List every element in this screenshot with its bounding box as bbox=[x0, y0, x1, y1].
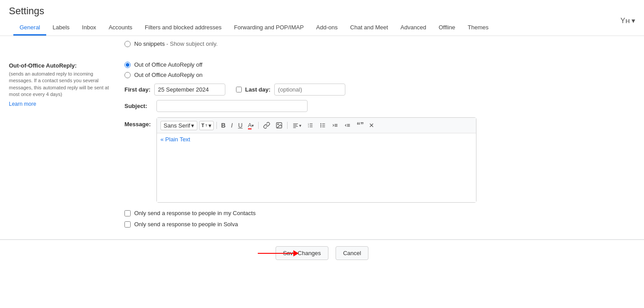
no-snippets-label: No snippets - Show subject only. bbox=[134, 40, 218, 47]
nav-tabs: General Labels Inbox Accounts Filters an… bbox=[9, 20, 495, 36]
toolbar-sep-2 bbox=[258, 122, 259, 129]
outdent-button[interactable] bbox=[342, 121, 353, 129]
font-color-dropdown: ▾ bbox=[252, 123, 254, 128]
out-of-office-desc: (sends an automated reply to incoming me… bbox=[9, 71, 116, 98]
svg-text:3: 3 bbox=[308, 126, 309, 128]
tab-forwarding[interactable]: Forwarding and POP/IMAP bbox=[228, 20, 310, 36]
svg-point-16 bbox=[320, 125, 321, 126]
svg-rect-4 bbox=[293, 126, 298, 127]
subject-row: Subject: bbox=[124, 100, 635, 112]
out-of-office-title: Out-of-Office AutoReply: bbox=[9, 62, 116, 69]
first-day-field: First day: bbox=[124, 84, 225, 96]
first-day-input[interactable] bbox=[154, 84, 225, 96]
svg-point-15 bbox=[320, 123, 321, 124]
solva-checkbox-row: Only send a response to people in Solva bbox=[124, 221, 635, 228]
align-icon bbox=[292, 122, 299, 128]
link-icon bbox=[263, 122, 270, 129]
tab-labels[interactable]: Labels bbox=[46, 20, 76, 36]
tab-advanced[interactable]: Advanced bbox=[394, 20, 432, 36]
contacts-label: Only send a response to people in my Con… bbox=[134, 210, 256, 216]
out-of-office-section: Out-of-Office AutoReply: (sends an autom… bbox=[0, 54, 644, 240]
last-day-checkbox[interactable] bbox=[236, 87, 242, 92]
save-arrow bbox=[258, 250, 299, 256]
svg-point-1 bbox=[278, 124, 279, 125]
bold-button[interactable]: B bbox=[220, 121, 228, 130]
tab-filters[interactable]: Filters and blocked addresses bbox=[139, 20, 228, 36]
unordered-list-button[interactable] bbox=[317, 121, 328, 129]
font-name: Sans Serif bbox=[164, 122, 190, 129]
message-row: Message: Sans Serif ▾ TT ▾ B bbox=[124, 117, 635, 203]
font-selector[interactable]: Sans Serif ▾ bbox=[160, 121, 197, 130]
learn-more-link[interactable]: Learn more bbox=[9, 101, 116, 107]
tab-addons[interactable]: Add-ons bbox=[310, 20, 344, 36]
message-toolbar: Sans Serif ▾ TT ▾ B I U A ▾ bbox=[157, 118, 476, 133]
tab-themes[interactable]: Themes bbox=[461, 20, 495, 36]
contacts-options: Only send a response to people in my Con… bbox=[124, 210, 635, 228]
font-color-icon: A bbox=[248, 122, 252, 129]
subject-input[interactable] bbox=[156, 100, 308, 112]
avatar[interactable]: Yʜ ▾ bbox=[620, 16, 635, 25]
out-of-office-label-col: Out-of-Office AutoReply: (sends an autom… bbox=[9, 61, 124, 107]
size-t-small: T bbox=[205, 124, 208, 128]
svg-rect-3 bbox=[293, 125, 297, 125]
tab-chat[interactable]: Chat and Meet bbox=[344, 20, 394, 36]
italic-button[interactable]: I bbox=[229, 121, 235, 130]
ol-icon: 1 2 3 bbox=[307, 122, 314, 128]
tab-inbox[interactable]: Inbox bbox=[76, 20, 103, 36]
footer: Save Changes Cancel bbox=[0, 240, 644, 266]
link-button[interactable] bbox=[261, 121, 272, 130]
settings-content: No snippets - Show subject only. Out-of-… bbox=[0, 36, 644, 302]
autoreply-off-option: Out of Office AutoReply off bbox=[124, 61, 635, 68]
svg-rect-2 bbox=[293, 124, 298, 124]
remove-formatting-button[interactable]: ✕ bbox=[367, 121, 376, 130]
arrow-head bbox=[293, 250, 299, 256]
ul-icon bbox=[319, 122, 326, 128]
plain-text-link[interactable]: « Plain Text bbox=[157, 133, 476, 144]
solva-label: Only send a response to people in Solva bbox=[134, 221, 238, 228]
svg-rect-5 bbox=[293, 128, 296, 128]
indent-button[interactable] bbox=[330, 121, 340, 129]
cancel-button[interactable]: Cancel bbox=[336, 246, 368, 260]
solva-checkbox[interactable] bbox=[124, 221, 131, 228]
size-selector[interactable]: TT ▾ bbox=[199, 121, 214, 130]
toolbar-sep-1 bbox=[216, 122, 217, 129]
last-day-field: Last day: bbox=[236, 84, 345, 96]
tab-accounts[interactable]: Accounts bbox=[102, 20, 138, 36]
settings-header: Settings General Labels Inbox Accounts F… bbox=[0, 0, 644, 36]
quote-button[interactable]: “” bbox=[355, 120, 365, 130]
autoreply-off-radio[interactable] bbox=[124, 62, 131, 68]
autoreply-off-label: Out of Office AutoReply off bbox=[134, 61, 202, 68]
autoreply-on-label: Out of Office AutoReply on bbox=[134, 72, 203, 78]
date-row: First day: Last day: bbox=[124, 84, 635, 96]
last-day-label: Last day: bbox=[245, 86, 271, 93]
underline-button[interactable]: U bbox=[236, 121, 244, 130]
message-editor: Sans Serif ▾ TT ▾ B I U A ▾ bbox=[156, 117, 476, 203]
image-button[interactable] bbox=[274, 121, 284, 130]
no-snippets-option: No snippets - Show subject only. bbox=[124, 40, 635, 47]
font-color-button[interactable]: A ▾ bbox=[246, 121, 256, 130]
autoreply-on-radio[interactable] bbox=[124, 72, 131, 78]
align-button[interactable]: ▾ bbox=[290, 121, 303, 129]
svg-point-17 bbox=[320, 126, 321, 127]
font-dropdown-icon: ▾ bbox=[191, 122, 194, 129]
tab-general[interactable]: General bbox=[13, 20, 46, 36]
tab-offline[interactable]: Offline bbox=[432, 20, 461, 36]
snippets-section: No snippets - Show subject only. bbox=[0, 36, 644, 54]
autoreply-on-option: Out of Office AutoReply on bbox=[124, 72, 635, 78]
page-title: Settings bbox=[9, 5, 495, 20]
ordered-list-button[interactable]: 1 2 3 bbox=[305, 121, 316, 129]
message-body[interactable] bbox=[157, 144, 476, 202]
image-icon bbox=[276, 122, 283, 129]
contacts-checkbox[interactable] bbox=[124, 210, 131, 216]
first-day-label: First day: bbox=[124, 86, 151, 93]
size-icon: T bbox=[201, 123, 204, 128]
last-day-input[interactable] bbox=[274, 84, 345, 96]
indent-icon bbox=[332, 122, 339, 128]
no-snippets-radio[interactable] bbox=[124, 41, 131, 47]
out-of-office-controls: Out of Office AutoReply off Out of Offic… bbox=[124, 61, 635, 232]
subject-label: Subject: bbox=[124, 103, 151, 109]
size-dropdown-icon: ▾ bbox=[208, 122, 212, 129]
message-label: Message: bbox=[124, 117, 151, 128]
toolbar-sep-3 bbox=[287, 122, 288, 129]
arrow-line bbox=[258, 253, 293, 254]
